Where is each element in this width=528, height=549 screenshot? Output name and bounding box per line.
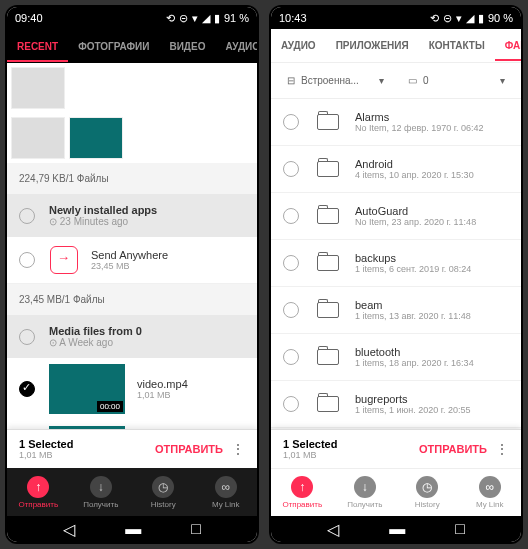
- send-button[interactable]: ОТПРАВИТЬ: [419, 443, 487, 455]
- select-radio[interactable]: [19, 381, 35, 397]
- folder-icon: [317, 161, 339, 177]
- back-button[interactable]: ◁: [63, 520, 75, 539]
- sync-icon: ⟲: [430, 12, 439, 25]
- circle-icon: ⊝: [179, 12, 188, 25]
- tab-photos[interactable]: ФОТОГРАФИИ: [68, 41, 159, 52]
- item-sub: No Item, 23 апр. 2020 г. 11:48: [355, 217, 476, 227]
- section-summary: 224,79 KB/1 Файлы: [7, 163, 257, 194]
- folder-item[interactable]: Android 4 items, 10 апр. 2020 г. 15:30: [271, 146, 521, 193]
- tab-audio[interactable]: АУДИО: [271, 40, 326, 51]
- app-icon: [50, 246, 78, 274]
- folder-item[interactable]: bluetooth 1 items, 18 апр. 2020 г. 16:34: [271, 334, 521, 381]
- tab-video[interactable]: ВИДЕО: [159, 41, 215, 52]
- status-icons: ⟲ ⊝ ▾ ◢ ▮ 90 %: [430, 12, 513, 25]
- item-sub: 4 items, 10 апр. 2020 г. 15:30: [355, 170, 474, 180]
- app-item[interactable]: Send Anywhere 23,45 MB: [7, 237, 257, 284]
- select-radio[interactable]: [283, 396, 299, 412]
- status-bar: 09:40 ⟲ ⊝ ▾ ◢ ▮ 91 %: [7, 7, 257, 29]
- select-radio[interactable]: [283, 349, 299, 365]
- tab-audio[interactable]: АУДИО: [215, 41, 257, 52]
- clock: 10:43: [279, 12, 307, 24]
- chevron-down-icon: ▾: [379, 75, 384, 86]
- bottom-nav: ↑Отправить ↓Получить ◷History ∞My Link: [271, 468, 521, 516]
- folder-item[interactable]: backups 1 items, 6 сент. 2019 г. 08:24: [271, 240, 521, 287]
- group-header[interactable]: Media files from 0 ⊙ A Week ago: [7, 315, 257, 358]
- item-sub: 1 items, 18 апр. 2020 г. 16:34: [355, 358, 474, 368]
- nav-send[interactable]: ↑Отправить: [271, 469, 334, 516]
- folder-item[interactable]: beam 1 items, 13 авг. 2020 г. 11:48: [271, 287, 521, 334]
- circle-icon: ⊝: [443, 12, 452, 25]
- nav-history[interactable]: ◷History: [132, 468, 195, 516]
- download-icon: ↓: [90, 476, 112, 498]
- tab-apps[interactable]: ПРИЛОЖЕНИЯ: [326, 40, 419, 51]
- nav-receive[interactable]: ↓Получить: [334, 469, 397, 516]
- group-header[interactable]: Newly installed apps ⊙ 23 Minutes ago: [7, 194, 257, 237]
- status-icons: ⟲ ⊝ ▾ ◢ ▮ 91 %: [166, 12, 249, 25]
- video-item[interactable]: 00:00 video.mp4 1,01 MB: [7, 358, 257, 420]
- item-title: backups: [355, 252, 471, 264]
- group-sub: ⊙ A Week ago: [49, 337, 245, 348]
- folder-item[interactable]: AutoGuard No Item, 23 апр. 2020 г. 11:48: [271, 193, 521, 240]
- thumbnail-row: [7, 63, 257, 113]
- signal-icon: ◢: [202, 12, 210, 25]
- select-radio[interactable]: [283, 114, 299, 130]
- recent-button[interactable]: □: [191, 520, 201, 538]
- folder-selector[interactable]: ▭ 0 ▾: [400, 71, 513, 90]
- select-radio[interactable]: [19, 329, 35, 345]
- group-title: Media files from 0: [49, 325, 245, 337]
- bottom-nav: ↑Отправить ↓Получить ◷History ∞My Link: [7, 468, 257, 516]
- select-radio[interactable]: [283, 255, 299, 271]
- content[interactable]: 224,79 KB/1 Файлы Newly installed apps ⊙…: [7, 63, 257, 429]
- selection-count: 1 Selected: [19, 438, 155, 450]
- back-button[interactable]: ◁: [327, 520, 339, 539]
- thumbnail[interactable]: [11, 67, 65, 109]
- folder-item[interactable]: Alarms No Item, 12 февр. 1970 г. 06:42: [271, 99, 521, 146]
- content[interactable]: Alarms No Item, 12 февр. 1970 г. 06:42 A…: [271, 99, 521, 429]
- select-radio[interactable]: [19, 208, 35, 224]
- storage-icon: ⊟: [287, 75, 295, 86]
- recent-button[interactable]: □: [455, 520, 465, 538]
- upload-icon: ↑: [27, 476, 49, 498]
- more-icon[interactable]: ⋮: [495, 441, 509, 457]
- video-item[interactable]: 00:00 video2.mp4 604,15 KB: [7, 420, 257, 429]
- thumbnail[interactable]: [69, 117, 123, 159]
- system-nav: ◁ ▬ □: [271, 516, 521, 542]
- link-icon: ∞: [215, 476, 237, 498]
- tab-contacts[interactable]: КОНТАКТЫ: [419, 40, 495, 51]
- send-button[interactable]: ОТПРАВИТЬ: [155, 443, 223, 455]
- home-button[interactable]: ▬: [125, 520, 141, 538]
- select-radio[interactable]: [19, 252, 35, 268]
- selection-size: 1,01 MB: [283, 450, 419, 460]
- more-icon[interactable]: ⋮: [231, 441, 245, 457]
- thumbnail[interactable]: [11, 117, 65, 159]
- storage-selector[interactable]: ⊟ Встроенна... ▾: [279, 71, 392, 90]
- item-title: beam: [355, 299, 471, 311]
- status-bar: 10:43 ⟲ ⊝ ▾ ◢ ▮ 90 %: [271, 7, 521, 29]
- battery-pct: 91 %: [224, 12, 249, 24]
- section-summary: 23,45 MB/1 Файлы: [7, 284, 257, 315]
- selection-bar: 1 Selected 1,01 MB ОТПРАВИТЬ ⋮: [271, 429, 521, 468]
- nav-mylink[interactable]: ∞My Link: [459, 469, 522, 516]
- item-title: Alarms: [355, 111, 483, 123]
- clock-icon: ◷: [152, 476, 174, 498]
- select-radio[interactable]: [283, 208, 299, 224]
- selection-bar: 1 Selected 1,01 MB ОТПРАВИТЬ ⋮: [7, 429, 257, 468]
- nav-mylink[interactable]: ∞My Link: [195, 468, 258, 516]
- nav-send[interactable]: ↑Отправить: [7, 468, 70, 516]
- tab-bar: АУДИО ПРИЛОЖЕНИЯ КОНТАКТЫ ФАЙЛЫ: [271, 29, 521, 63]
- nav-history[interactable]: ◷History: [396, 469, 459, 516]
- nav-receive[interactable]: ↓Получить: [70, 468, 133, 516]
- battery-icon: ▮: [478, 12, 484, 25]
- folder-item[interactable]: bugreports 1 items, 1 июн. 2020 г. 20:55: [271, 381, 521, 428]
- tab-recent[interactable]: RECENT: [7, 41, 68, 62]
- video-thumb: 00:00: [49, 364, 125, 414]
- item-sub: 1 items, 13 авг. 2020 г. 11:48: [355, 311, 471, 321]
- tab-files[interactable]: ФАЙЛЫ: [495, 40, 521, 61]
- sync-icon: ⟲: [166, 12, 175, 25]
- home-button[interactable]: ▬: [389, 520, 405, 538]
- chevron-down-icon: ▾: [500, 75, 505, 86]
- select-radio[interactable]: [283, 161, 299, 177]
- folder-icon: [317, 255, 339, 271]
- select-radio[interactable]: [283, 302, 299, 318]
- folder-icon: [317, 114, 339, 130]
